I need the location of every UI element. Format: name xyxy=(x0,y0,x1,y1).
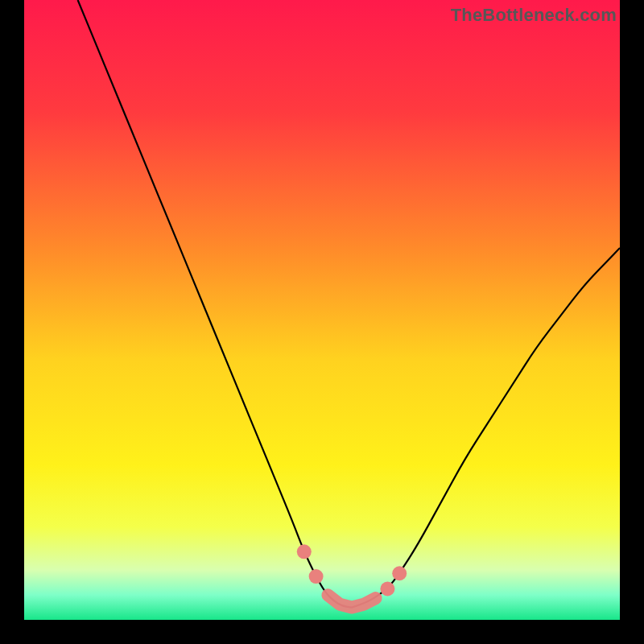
chart-frame xyxy=(24,0,620,620)
watermark-text: TheBottleneck.com xyxy=(451,5,617,26)
gradient-background xyxy=(24,0,620,620)
bottleneck-chart xyxy=(24,0,620,620)
bottleneck-marker xyxy=(392,566,407,580)
bottleneck-marker xyxy=(309,569,324,584)
bottleneck-marker xyxy=(297,544,312,559)
bottleneck-marker xyxy=(380,582,394,597)
